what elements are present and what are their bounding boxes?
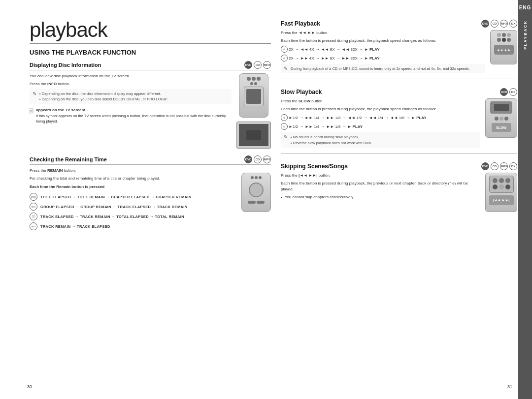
fast-note-icon: ✎ <box>284 66 288 71</box>
tv-symbol-text: If this symbol appears on the TV screen … <box>36 113 232 124</box>
slow-press: Press the SLOW button. <box>281 98 480 104</box>
fast-cd-icon: CD <box>491 20 499 28</box>
remain-seq-4: TRACK REMAIN → TRACK ELAPSED <box>40 224 110 229</box>
skip-dvd-icon: DVD <box>481 162 489 170</box>
remote-btn <box>251 176 254 179</box>
right-column: Fast Playback DVD CD MP3 DX Press the ◄◄… <box>281 20 517 384</box>
tv-symbol-block: ⌻ appears on the TV screen! If this symb… <box>30 107 232 124</box>
rb <box>507 33 511 37</box>
skip-note-text: You cannot skip chapters consecutively. <box>285 194 354 200</box>
tv-symbol-title: appears on the TV screen! <box>36 107 232 113</box>
page-number-left: 30 <box>27 384 32 389</box>
skip-remote: |◄◄ ►►| <box>485 173 517 212</box>
remain-row-4: MP3 TRACK REMAIN → TRACK ELAPSED <box>30 222 236 230</box>
slow-disc-icons: DVD DX <box>500 88 517 96</box>
each-time-remain: Each time the Remain button is pressed <box>30 184 236 190</box>
remain-row-1: DVD TITLE ELAPSED → TITLE REMAIN → CHAPT… <box>30 193 236 201</box>
fast-press: Press the ◄◄ ►► button. <box>281 30 485 36</box>
remote-btn <box>257 77 261 81</box>
remote-btn-wide <box>257 201 265 204</box>
slow-note-icon: ✎ <box>284 134 288 146</box>
skip-body: Each time the button is pressed during p… <box>281 181 480 192</box>
dvd-icon: DVD <box>244 61 252 69</box>
skip-disc-icons: DVD CD MP3 DX <box>481 162 517 170</box>
fast-divx-icon: DX <box>509 20 517 28</box>
fast-seq-1: ⊙ 2X→ ◄◄ 4X→ ◄◄ 8X→ ◄◄ 32X→ ► PLAY <box>281 46 485 53</box>
dvd-icon-2: DVD <box>244 155 252 163</box>
remote-btn <box>247 77 251 81</box>
remote-btn-small <box>254 82 257 85</box>
slow-remote: SLOW <box>485 98 517 138</box>
slow-body: Each time the button is pressed during p… <box>281 106 480 112</box>
checking-remaining-title: Checking the Remaining Time <box>30 156 107 162</box>
fast-body: Each time the button is pressed during p… <box>281 38 485 44</box>
fast-disc-icons: DVD CD MP3 DX <box>481 20 517 28</box>
skip-cd-icon: CD <box>491 162 499 170</box>
remain-seq-3: TRACK ELAPSED → TRACK REMAIN → TOTAL ELA… <box>40 215 184 219</box>
fast-mp3-icon: MP3 <box>500 20 508 28</box>
rb <box>502 33 506 37</box>
remain-row-2: MP3 GROUP ELAPSED → GROUP REMAIN → TRACK… <box>30 203 236 211</box>
left-column: playback USING THE PLAYBACK FUNCTION Dis… <box>30 20 271 384</box>
fast-playback-section: Fast Playback DVD CD MP3 DX Press the ◄◄… <box>281 20 517 79</box>
skip-note: • You cannot skip chapters consecutively… <box>281 194 480 202</box>
displaying-body1: You can view disc playback information o… <box>30 73 232 79</box>
slow-dvd-icon: DVD <box>500 88 508 96</box>
mp3-icon-2: MP3 <box>263 155 271 163</box>
displaying-disc-section: Displaying Disc Information DVD CD MP3 Y… <box>30 61 271 149</box>
remote-btn-small <box>250 82 253 85</box>
slow-note: ✎ ▪ No sound is heard during slow playba… <box>281 132 480 148</box>
note-text-1a: ▪ Depending on the disc, the disc inform… <box>39 91 168 96</box>
remain-mp3-icon: MP3 <box>30 222 37 230</box>
displaying-disc-icons: DVD CD MP3 <box>244 61 271 69</box>
skip-mp3-icon: MP3 <box>500 162 508 170</box>
remain-row-3: CD TRACK ELAPSED → TRACK REMAIN → TOTAL … <box>30 213 236 220</box>
fast-note: ✎ During fast playback of a CD or MP3-CD… <box>281 64 485 73</box>
slow-seq-2: ⊙ ►1/2→ ►► 1/4→ ►► 1/8→ ► PLAY <box>281 123 480 130</box>
skip-divx-icon: DX <box>509 162 517 170</box>
remote-image-1 <box>239 73 268 118</box>
fast-playback-title: Fast Playback <box>281 20 320 27</box>
rb <box>497 38 501 42</box>
remain-seq-1: TITLE ELAPSED → TITLE REMAIN → CHAPTER E… <box>40 195 191 199</box>
rb <box>497 33 501 37</box>
remain-seq-2: GROUP ELAPSED → GROUP REMAIN → TRACK ELA… <box>40 205 187 209</box>
tv-symbol-icon: ⌻ <box>30 107 33 114</box>
bullet-dot: • <box>281 195 282 202</box>
cd-icon: CD <box>254 61 262 69</box>
section-heading: USING THE PLAYBACK FUNCTION <box>30 49 271 56</box>
cd-icon-2: CD <box>254 155 262 163</box>
skipping-section: Skipping Scenes/Songs DVD CD MP3 DX Pres… <box>281 162 517 216</box>
fast-seq-2: ⊙ 2X→ ►► 4X→ ►► 8X→ ►► 32X→ ► PLAY <box>281 55 485 61</box>
remain-cd-icon: CD <box>30 213 37 220</box>
playback-label: PLAYBACK <box>523 20 528 50</box>
page-number-right: 31 <box>507 384 512 389</box>
slow-note-2: ▪ Reverse slow playback does not work wi… <box>291 140 372 146</box>
checking-disc-icons: DVD CD MP3 <box>244 155 271 163</box>
remote-btn-wide <box>248 201 256 204</box>
remote-btn <box>255 176 258 179</box>
slow-note-1: ▪ No sound is heard during slow playback… <box>291 134 372 140</box>
displaying-press-info: Press the INFO button. <box>30 81 232 87</box>
rb <box>504 117 508 121</box>
displaying-disc-title: Displaying Disc Information <box>30 62 101 68</box>
remain-mp3cd-icon: MP3 <box>30 203 37 211</box>
remote-btn <box>259 176 262 179</box>
slow-playback-title: Slow Playback <box>281 89 322 95</box>
eng-label: ENG <box>519 0 532 10</box>
slow-seq-1: ⊙ ►1/2→ ►► 1/4→ ►► 1/8→ ◄◄ 1/2→ ◄◄ 1/4→ … <box>281 114 480 121</box>
tv-image <box>236 122 271 149</box>
rb <box>507 38 511 42</box>
checking-body: For checking the total and remaining tim… <box>30 176 236 182</box>
slow-divx-icon: DX <box>509 88 517 96</box>
rb <box>499 117 503 121</box>
note-icon-1: ✎ <box>33 91 36 102</box>
checking-remaining-section: Checking the Remaining Time DVD CD MP3 P… <box>30 155 271 232</box>
remote-image-2 <box>241 173 271 212</box>
note-text-1b: ▪ Depending on the disc, you can also se… <box>39 96 168 102</box>
remote-btn <box>252 77 256 81</box>
skipping-title: Skipping Scenes/Songs <box>281 163 348 170</box>
remain-sequences: DVD TITLE ELAPSED → TITLE REMAIN → CHAPT… <box>30 193 236 230</box>
page-title: playback <box>30 20 271 40</box>
fast-note-text: During fast playback of a CD or MP3-CD, … <box>291 66 470 71</box>
